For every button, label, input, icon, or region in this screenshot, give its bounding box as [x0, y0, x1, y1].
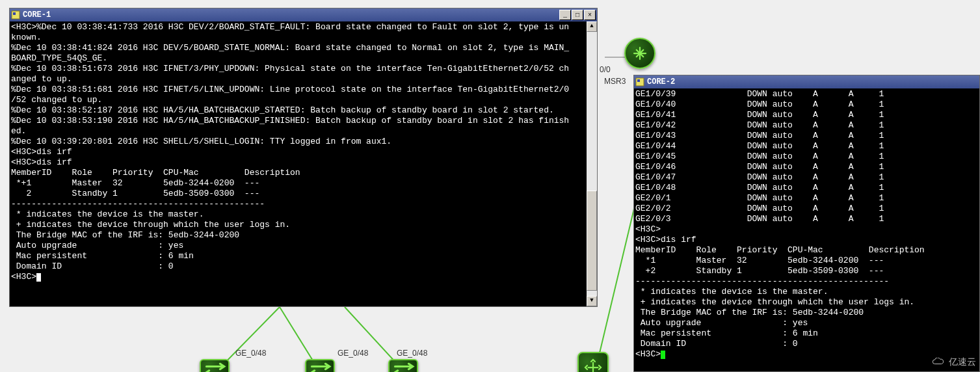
terminal-line: Auto upgrade : yes — [635, 318, 978, 328]
scroll-down-button[interactable]: ▼ — [587, 296, 597, 306]
terminal-line: * indicates the device is the master. — [11, 209, 596, 220]
terminal-line: * indicates the device is the master. — [635, 287, 978, 297]
terminal-line: Mac persistent : 6 min — [635, 328, 978, 339]
terminal-line: Domain ID : 0 — [11, 261, 596, 272]
terminal-window-core1[interactable]: CORE-1 _ □ × <H3C>%Dec 10 03:38:41:733 2… — [9, 8, 598, 307]
port-label-ge048: GE_0/48 — [338, 349, 368, 358]
minimize-button[interactable]: _ — [559, 10, 571, 20]
terminal-line: %Dec 10 03:38:53:190 2016 H3C HA/5/HA_BA… — [11, 116, 596, 126]
svg-rect-8 — [637, 79, 640, 82]
terminal-line: GE1/0/48 DOWN auto A A 1 — [635, 183, 978, 193]
window-title: CORE-2 — [647, 77, 978, 86]
terminal-window-core2[interactable]: CORE-2 GE1/0/39 DOWN auto A A 1GE1/0/40 … — [633, 75, 980, 372]
terminal-line: GE1/0/44 DOWN auto A A 1 — [635, 141, 978, 152]
maximize-button[interactable]: □ — [572, 10, 583, 20]
cursor — [36, 273, 41, 282]
terminal-line: GE1/0/40 DOWN auto A A 1 — [635, 100, 978, 110]
terminal-line: 2 Standby 1 5edb-3509-0300 --- — [11, 189, 596, 199]
router-icon[interactable] — [624, 38, 656, 69]
terminal-line: GE1/0/45 DOWN auto A A 1 — [635, 152, 978, 162]
terminal-line: GE1/0/47 DOWN auto A A 1 — [635, 172, 978, 183]
terminal-line: The Bridge MAC of the IRF is: 5edb-3244-… — [11, 230, 596, 241]
device-label-msr: MSR3 — [604, 77, 626, 86]
terminal-line: + indicates the device through which the… — [635, 297, 978, 308]
terminal-line: ----------------------------------------… — [635, 276, 978, 287]
terminal-prompt[interactable]: <H3C> — [635, 349, 978, 360]
terminal-output[interactable]: <H3C>%Dec 10 03:38:41:733 2016 H3C DEV/2… — [10, 21, 597, 306]
terminal-line: Auto upgrade : yes — [11, 241, 596, 251]
svg-rect-6 — [13, 12, 16, 15]
terminal-line: %Dec 10 03:38:51:673 2016 H3C IFNET/3/PH… — [11, 64, 596, 74]
terminal-line: GE1/0/39 DOWN auto A A 1 — [635, 89, 978, 100]
scroll-up-button[interactable]: ▲ — [587, 21, 597, 32]
terminal-line: MemberID Role Priority CPU-Mac Descripti… — [11, 168, 596, 178]
window-titlebar[interactable]: CORE-1 _ □ × — [10, 8, 597, 21]
terminal-line: GE2/0/3 DOWN auto A A 1 — [635, 214, 978, 224]
terminal-line: %Dec 10 03:38:52:187 2016 H3C HA/5/HA_BA… — [11, 105, 596, 116]
window-title: CORE-1 — [23, 10, 559, 20]
switch-icon[interactable] — [305, 359, 335, 372]
cursor — [661, 351, 665, 359]
scroll-thumb[interactable] — [587, 191, 597, 291]
putty-icon — [635, 77, 644, 86]
terminal-line: + indicates the device through which the… — [11, 220, 596, 230]
svg-line-3 — [595, 195, 637, 372]
terminal-line: <H3C>dis irf — [635, 235, 978, 245]
terminal-line: Mac persistent : 6 min — [11, 251, 596, 261]
putty-icon — [11, 10, 20, 20]
scroll-track[interactable] — [587, 32, 597, 296]
terminal-line: %Dec 10 03:39:20:801 2016 H3C SHELL/5/SH… — [11, 137, 596, 147]
terminal-line: *1 Master 32 5edb-3244-0200 --- — [635, 256, 978, 266]
terminal-line: MemberID Role Priority CPU-Mac Descripti… — [635, 245, 978, 256]
switch-icon[interactable] — [388, 359, 418, 372]
terminal-line: GE1/0/41 DOWN auto A A 1 — [635, 110, 978, 120]
port-label-00: 0/0 — [600, 65, 611, 74]
switch-icon[interactable] — [577, 352, 609, 372]
terminal-line: /52 changed to up. — [11, 95, 596, 105]
terminal-line: %Dec 10 03:38:41:824 2016 H3C DEV/5/BOAR… — [11, 43, 596, 53]
terminal-line: Domain ID : 0 — [635, 339, 978, 349]
terminal-prompt[interactable]: <H3C> — [11, 272, 596, 282]
terminal-line: <H3C>dis irf — [11, 157, 596, 168]
terminal-line: known. — [11, 33, 596, 43]
window-titlebar[interactable]: CORE-2 — [634, 75, 979, 88]
port-label-ge048: GE_0/48 — [235, 349, 266, 358]
terminal-line: The Bridge MAC of the IRF is: 5edb-3244-… — [635, 308, 978, 318]
terminal-line: %Dec 10 03:38:51:681 2016 H3C IFNET/5/LI… — [11, 85, 596, 95]
terminal-line: ed. — [11, 126, 596, 137]
terminal-line: anged to up. — [11, 74, 596, 85]
terminal-line: +2 Standby 1 5edb-3509-0300 --- — [635, 266, 978, 276]
switch-icon[interactable] — [200, 359, 230, 372]
terminal-line: GE1/0/42 DOWN auto A A 1 — [635, 120, 978, 131]
terminal-line: <H3C>%Dec 10 03:38:41:733 2016 H3C DEV/2… — [11, 22, 596, 33]
terminal-line: GE1/0/46 DOWN auto A A 1 — [635, 162, 978, 172]
close-button[interactable]: × — [584, 10, 596, 20]
vertical-scrollbar[interactable]: ▲ ▼ — [587, 21, 597, 306]
terminal-line: GE2/0/1 DOWN auto A A 1 — [635, 193, 978, 204]
terminal-line: *+1 Master 32 5edb-3244-0200 --- — [11, 178, 596, 189]
terminal-line: ----------------------------------------… — [11, 199, 596, 209]
terminal-output[interactable]: GE1/0/39 DOWN auto A A 1GE1/0/40 DOWN au… — [634, 88, 979, 371]
terminal-line: BOARD_TYPE_54QS_GE. — [11, 53, 596, 64]
terminal-line: <H3C> — [635, 224, 978, 235]
terminal-line: GE2/0/2 DOWN auto A A 1 — [635, 204, 978, 214]
port-label-ge048: GE_0/48 — [397, 349, 427, 358]
terminal-line: <H3C>dis irf — [11, 147, 596, 157]
terminal-line: GE1/0/43 DOWN auto A A 1 — [635, 131, 978, 141]
